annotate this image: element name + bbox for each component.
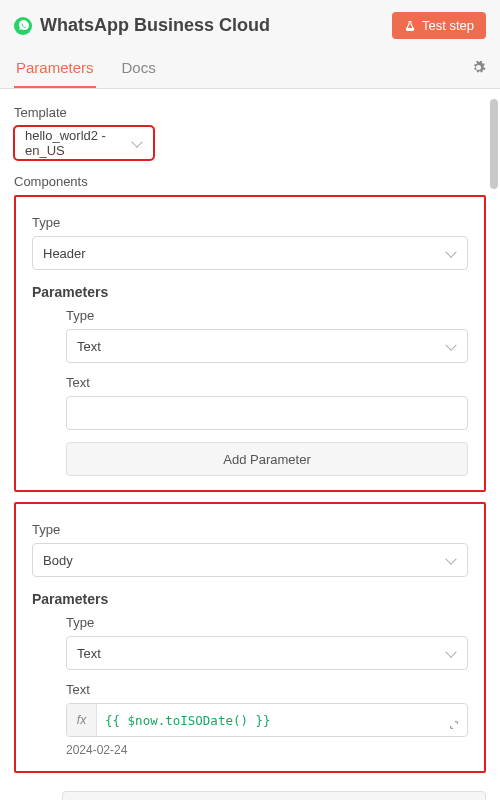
header-left: WhatsApp Business Cloud bbox=[14, 15, 270, 36]
app-header: WhatsApp Business Cloud Test step bbox=[0, 0, 500, 49]
comp0-type-label: Type bbox=[32, 215, 468, 230]
comp1-param-type-select[interactable]: Text bbox=[66, 636, 468, 670]
comp1-param0: Type Text Text fx {{ $now.toISODate() }}… bbox=[32, 615, 468, 757]
app-title: WhatsApp Business Cloud bbox=[40, 15, 270, 36]
comp1-add-parameter-button[interactable]: Add Parameter bbox=[62, 791, 486, 800]
comp1-param-type-label: Type bbox=[66, 615, 468, 630]
tabs-row: Parameters Docs bbox=[0, 49, 500, 89]
gear-icon[interactable] bbox=[471, 60, 486, 78]
flask-icon bbox=[404, 20, 416, 32]
comp0-param-type-value: Text bbox=[77, 339, 101, 354]
comp1-param-expression-input[interactable]: fx {{ $now.toISODate() }} bbox=[66, 703, 468, 737]
comp0-type-value: Header bbox=[43, 246, 86, 261]
template-select[interactable]: hello_world2 - en_US bbox=[14, 126, 154, 160]
comp0-params-heading: Parameters bbox=[32, 284, 468, 300]
whatsapp-icon bbox=[14, 17, 32, 35]
comp1-type-value: Body bbox=[43, 553, 73, 568]
comp0-type-select[interactable]: Header bbox=[32, 236, 468, 270]
tab-parameters[interactable]: Parameters bbox=[14, 49, 96, 88]
comp1-param-text-label: Text bbox=[66, 682, 468, 697]
comp1-expression-text: {{ $now.toISODate() }} bbox=[97, 713, 271, 728]
scrollbar[interactable] bbox=[490, 99, 498, 189]
expand-icon[interactable] bbox=[449, 720, 459, 732]
comp0-param-text-label: Text bbox=[66, 375, 468, 390]
tab-docs[interactable]: Docs bbox=[120, 49, 158, 88]
parameters-pane: Template hello_world2 - en_US Components… bbox=[0, 89, 500, 800]
comp0-param-text-input[interactable] bbox=[66, 396, 468, 430]
fx-badge: fx bbox=[67, 704, 97, 736]
components-label: Components bbox=[14, 174, 486, 189]
comp1-type-label: Type bbox=[32, 522, 468, 537]
comp0-add-parameter-button[interactable]: Add Parameter bbox=[66, 442, 468, 476]
comp1-type-select[interactable]: Body bbox=[32, 543, 468, 577]
comp0-param-type-select[interactable]: Text bbox=[66, 329, 468, 363]
comp0-param-type-label: Type bbox=[66, 308, 468, 323]
comp0-param0: Type Text Text bbox=[32, 308, 468, 430]
comp1-param-type-value: Text bbox=[77, 646, 101, 661]
comp1-params-heading: Parameters bbox=[32, 591, 468, 607]
test-step-button[interactable]: Test step bbox=[392, 12, 486, 39]
test-step-label: Test step bbox=[422, 18, 474, 33]
template-value: hello_world2 - en_US bbox=[25, 128, 123, 158]
tabs: Parameters Docs bbox=[14, 49, 158, 88]
comp1-expression-preview: 2024-02-24 bbox=[66, 743, 468, 757]
component-group-header: Type Header Parameters Type Text Text Ad… bbox=[14, 195, 486, 492]
component-group-body: Type Body Parameters Type Text Text fx {… bbox=[14, 502, 486, 773]
template-label: Template bbox=[14, 105, 486, 120]
